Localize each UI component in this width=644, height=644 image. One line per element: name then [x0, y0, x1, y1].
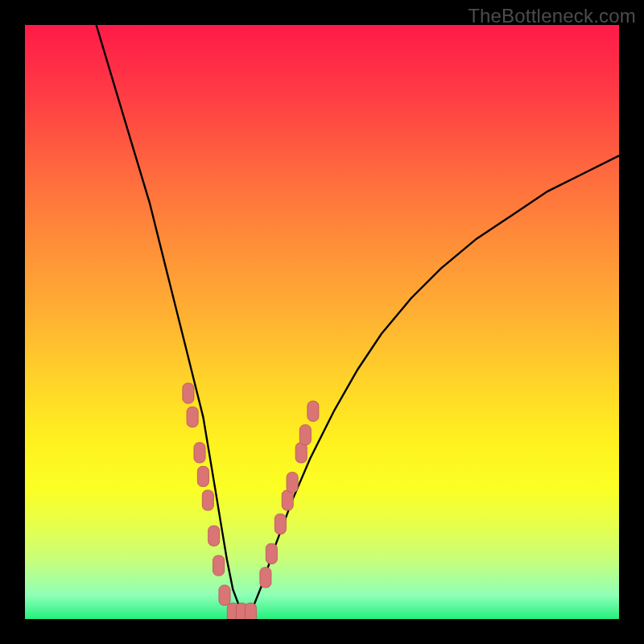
- curve-marker: [295, 443, 307, 463]
- curve-marker: [245, 603, 256, 619]
- curve-marker: [197, 466, 208, 486]
- curve-marker: [208, 526, 220, 546]
- curve-marker: [194, 443, 205, 463]
- curve-marker: [299, 425, 311, 445]
- watermark-text: TheBottleneck.com: [468, 5, 636, 27]
- curve-marker: [187, 407, 198, 427]
- chart-svg-layer: [25, 25, 619, 619]
- curve-marker: [308, 401, 319, 421]
- curve-marker: [287, 473, 298, 493]
- curve-marker: [282, 490, 293, 510]
- curve-marker: [183, 383, 194, 403]
- curve-marker: [266, 543, 277, 564]
- chart-plot-area: [25, 25, 619, 619]
- curve-marker: [275, 514, 286, 534]
- curve-marker: [213, 555, 225, 576]
- curve-marker: [202, 490, 213, 510]
- bottleneck-curve: [97, 25, 619, 613]
- curve-marker: [260, 568, 271, 588]
- curve-marker: [219, 585, 230, 605]
- chart-frame: TheBottleneck.com: [0, 0, 644, 644]
